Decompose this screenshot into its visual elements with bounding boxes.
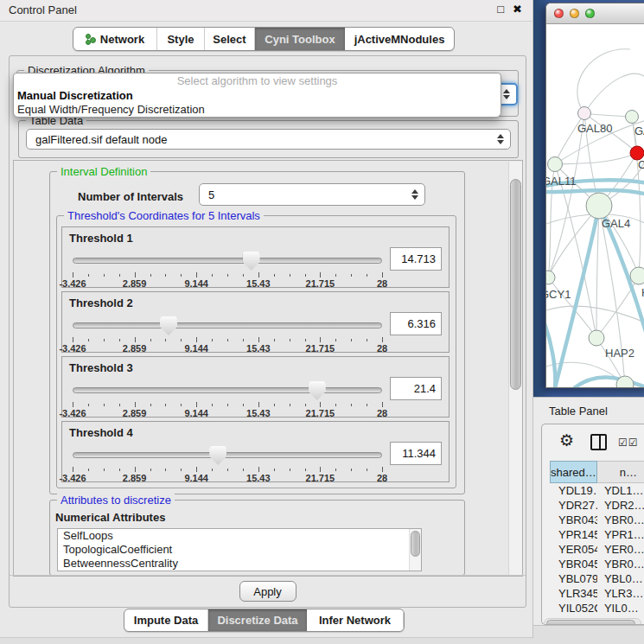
threshold-slider[interactable]: -3.4262.8599.14415.4321.71528 (73, 381, 382, 416)
threshold-value-input[interactable] (390, 312, 442, 335)
threshold-value-input[interactable] (390, 377, 442, 400)
settings-scrollbar-thumb[interactable] (510, 179, 521, 390)
attribute-list-item[interactable]: BetweennessCentrality (58, 557, 421, 571)
gear-icon[interactable]: ⚙ (559, 431, 574, 450)
network-node-gal80[interactable] (578, 107, 591, 120)
cell-shared-name[interactable]: YPR145W (550, 527, 597, 542)
tab-impute-data[interactable]: Impute Data (124, 609, 208, 631)
dropdown-placeholder-item[interactable]: Select algorithm to view settings (14, 73, 501, 89)
cell-name[interactable]: YBR0… (597, 513, 644, 527)
close-traffic-icon[interactable] (554, 9, 564, 18)
slider-track[interactable] (73, 452, 382, 458)
cell-shared-name[interactable]: YDL19… (550, 483, 597, 498)
cell-name[interactable]: YBL0… (597, 571, 644, 586)
cell-name[interactable]: YDL1… (597, 483, 644, 498)
cell-name[interactable]: YIL0… (597, 601, 644, 615)
threshold-value-input[interactable] (390, 442, 442, 465)
slider-thumb[interactable] (160, 316, 177, 335)
table-row[interactable]: YPR145WYPR1… (550, 527, 644, 542)
attribute-list-item[interactable]: SelfLoops (58, 529, 421, 543)
apply-button[interactable]: Apply (239, 581, 296, 602)
cell-shared-name[interactable]: YDR27… (550, 498, 597, 513)
network-edge[interactable] (546, 306, 644, 323)
table-hscrollbar[interactable] (544, 618, 641, 625)
tab-label: Discretize Data (217, 614, 297, 627)
network-edge[interactable] (555, 113, 584, 164)
dropdown-item[interactable]: Equal Width/Frequency Discretization (14, 103, 501, 117)
threshold-slider[interactable]: -3.4262.8599.14415.4321.71528 (73, 252, 382, 286)
slider-tick-label: 15.43 (246, 343, 271, 354)
cell-shared-name[interactable]: YIL052C (550, 601, 597, 615)
table-row[interactable]: YIL052CYIL0… (550, 601, 644, 615)
table-row[interactable]: YBR045CYBR0… (550, 557, 644, 571)
network-node-gal11[interactable] (548, 157, 563, 172)
tab-discretize-data[interactable]: Discretize Data (208, 609, 307, 631)
threshold-slider[interactable]: -3.4262.8599.14415.4321.71528 (73, 446, 382, 481)
zoom-traffic-icon[interactable] (585, 9, 595, 18)
cell-shared-name[interactable]: YLR345W (550, 586, 597, 601)
numerical-attributes-list[interactable]: SelfLoopsTopologicalCoefficientBetweenne… (57, 528, 422, 571)
table-data-select[interactable]: galFiltered.sif default node (26, 129, 511, 150)
cell-shared-name[interactable]: YBR043C (550, 513, 597, 527)
network-edge[interactable] (577, 49, 630, 113)
network-node-ga[interactable] (626, 111, 639, 124)
network-canvas[interactable]: GAL80GACGAL11GAL4GCY1HHAP2 (546, 24, 644, 387)
slider-thumb[interactable] (243, 252, 260, 271)
cell-name[interactable]: YBR0… (597, 557, 644, 571)
network-node-label: GAL4 (602, 217, 630, 230)
network-window-titlebar (546, 3, 644, 24)
tab-select[interactable]: Select (205, 28, 255, 50)
cell-shared-name[interactable]: YBR045C (550, 557, 597, 571)
network-node-gal4[interactable] (586, 193, 612, 219)
slider-thumb[interactable] (209, 446, 226, 465)
tab-cyni-toolbox[interactable]: Cyni Toolbox (255, 28, 345, 50)
network-node-h[interactable] (630, 267, 644, 284)
select-columns-icon[interactable]: ☑☑ (618, 437, 639, 449)
table-row[interactable]: YBR043CYBR0… (550, 513, 644, 527)
network-edge[interactable] (584, 113, 632, 117)
slider-tick (165, 339, 166, 341)
cell-shared-name[interactable]: YBL079W (550, 571, 597, 586)
float-window-icon[interactable]: □ (497, 3, 504, 16)
table-row[interactable]: YER054CYER0… (550, 542, 644, 557)
cell-name[interactable]: YLR3… (597, 586, 644, 601)
table-row[interactable]: YDR27…YDR2… (550, 498, 644, 513)
attribute-list-item[interactable]: TopologicalCoefficient (58, 543, 421, 557)
network-node-hap2[interactable] (589, 330, 604, 346)
network-edge-thick[interactable] (546, 323, 555, 387)
threshold-slider[interactable]: -3.4262.8599.14415.4321.71528 (73, 316, 382, 351)
table-row[interactable]: YLR345WYLR3… (550, 586, 644, 601)
slider-tick-label: 28 (377, 343, 387, 354)
table-hscrollbar-thumb[interactable] (546, 620, 635, 625)
cell-shared-name[interactable]: YER054C (550, 542, 597, 557)
column-header-name[interactable]: n… (597, 461, 644, 483)
minimize-traffic-icon[interactable] (570, 9, 579, 18)
slider-track[interactable] (73, 322, 382, 328)
column-layout-icon[interactable] (590, 434, 607, 450)
slider-track[interactable] (73, 258, 382, 264)
tab-style[interactable]: Style (157, 28, 205, 50)
tab-network[interactable]: Network (73, 28, 157, 50)
num-intervals-select[interactable]: 5 (199, 183, 425, 206)
slider-thumb[interactable] (309, 381, 326, 400)
cell-name[interactable]: YPR1… (597, 527, 644, 542)
table-row[interactable]: YBL079WYBL0… (550, 571, 644, 586)
tab-infer-network[interactable]: Infer Network (307, 609, 404, 631)
network-edge[interactable] (584, 73, 644, 113)
cell-name[interactable]: YER0… (597, 542, 644, 557)
cell-name[interactable]: YDR2… (597, 498, 644, 513)
slider-tick (290, 469, 290, 471)
table-row[interactable]: YDL19…YDL1… (550, 483, 644, 498)
list-scrollbar[interactable] (409, 529, 421, 571)
network-edge[interactable] (555, 153, 637, 164)
network-window: GAL80GACGAL11GAL4GCY1HHAP2 (545, 3, 644, 388)
settings-scrollbar[interactable] (508, 162, 522, 575)
dropdown-item[interactable]: Manual Discretization (14, 89, 501, 103)
network-node-gcy1[interactable] (546, 271, 555, 284)
threshold-value-input[interactable] (390, 247, 442, 271)
tab-jactivemnodules[interactable]: jActiveMNodules (345, 28, 454, 50)
close-icon[interactable]: ✖ (513, 3, 522, 16)
list-scrollbar-thumb[interactable] (411, 531, 420, 557)
slider-track[interactable] (73, 387, 382, 393)
column-header-shared-name[interactable]: shared… (550, 461, 597, 483)
